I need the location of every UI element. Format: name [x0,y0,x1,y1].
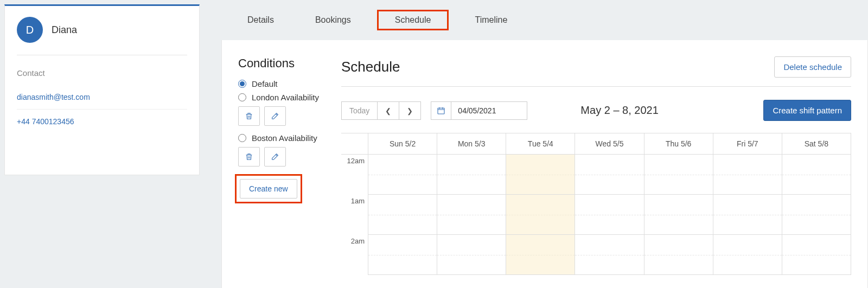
prev-week-button[interactable]: ❮ [378,101,399,120]
calendar-cell[interactable] [713,195,782,235]
tabs-bar: Details Bookings Schedule Timeline [221,0,868,40]
profile-name: Diana [52,24,77,36]
condition-label: Default [252,79,278,88]
edit-icon [271,152,279,161]
toolbar-left: Today ❮ ❯ May 2 – 8, 2021 [341,101,659,120]
calendar-cell[interactable] [782,235,851,275]
trash-icon [245,152,253,161]
edit-icon [271,112,279,120]
calendar-row: 1am [341,195,851,235]
content-panel: Conditions Default London Availability [221,40,868,288]
condition-option-boston[interactable]: Boston Availability [238,133,341,143]
calendar-cell[interactable] [644,195,713,235]
condition-option-default[interactable]: Default [238,79,341,88]
contact-email-link[interactable]: dianasmith@test.com [17,85,187,110]
chevron-right-icon: ❯ [407,107,413,115]
calendar-cell[interactable] [644,155,713,195]
schedule-heading: Schedule [341,59,400,75]
day-header-fri: Fri 5/7 [713,133,782,155]
calendar-cell[interactable] [575,235,644,275]
calendar-cell[interactable] [368,155,437,195]
condition-radio[interactable] [238,80,246,88]
calendar-cell[interactable] [506,195,575,235]
calendar-row: 2am [341,235,851,275]
avatar: D [17,17,43,43]
create-shift-pattern-button[interactable]: Create shift pattern [763,100,851,121]
calendar-cell[interactable] [782,155,851,195]
create-new-highlight: Create new [235,174,302,203]
date-picker [431,101,527,120]
condition-radio[interactable] [238,134,246,142]
date-range-label: May 2 – 8, 2021 [580,104,658,117]
tab-timeline[interactable]: Timeline [465,10,517,30]
day-header-mon: Mon 5/3 [437,133,506,155]
condition-actions [238,106,341,126]
profile-header: D Diana [17,17,187,55]
tab-details[interactable]: Details [238,10,284,30]
calendar-cell[interactable] [713,155,782,195]
open-date-picker-button[interactable] [431,101,451,120]
calendar-cell[interactable] [368,235,437,275]
day-header-thu: Thu 5/6 [644,133,713,155]
date-input[interactable] [451,101,527,120]
create-new-condition-button[interactable]: Create new [240,179,297,199]
next-week-button[interactable]: ❯ [399,101,421,120]
calendar-cell[interactable] [368,195,437,235]
calendar-cell[interactable] [506,235,575,275]
calendar-time-gutter-header [341,133,368,155]
calendar-cell[interactable] [575,195,644,235]
contact-heading: Contact [17,68,187,85]
calendar-cell[interactable] [437,195,506,235]
edit-condition-button[interactable] [264,106,286,126]
edit-condition-button[interactable] [264,147,286,167]
schedule-column: Schedule Delete schedule Today ❮ ❯ [341,56,851,288]
calendar-cell[interactable] [575,155,644,195]
calendar-cell[interactable] [644,235,713,275]
calendar-cell[interactable] [506,155,575,195]
condition-label: Boston Availability [252,133,317,143]
condition-label: London Availability [252,93,319,102]
nav-button-group: Today ❮ ❯ [341,101,421,120]
condition-option-london[interactable]: London Availability [238,93,341,102]
calendar-header-row: Sun 5/2 Mon 5/3 Tue 5/4 Wed 5/5 Thu 5/6 … [341,133,851,155]
condition-radio[interactable] [238,93,246,101]
today-button[interactable]: Today [341,101,378,120]
trash-icon [245,112,253,120]
day-header-sat: Sat 5/8 [782,133,851,155]
conditions-heading: Conditions [238,56,341,71]
calendar-icon [437,106,445,115]
calendar-cell[interactable] [437,235,506,275]
delete-condition-button[interactable] [238,106,260,126]
chevron-left-icon: ❮ [385,107,391,115]
condition-actions [238,147,341,167]
calendar-cell[interactable] [782,195,851,235]
conditions-column: Conditions Default London Availability [238,56,341,288]
tab-bookings[interactable]: Bookings [305,10,361,30]
main-area: Details Bookings Schedule Timeline Condi… [200,0,868,288]
time-label: 12am [341,155,368,195]
calendar-cell[interactable] [713,235,782,275]
delete-condition-button[interactable] [238,147,260,167]
calendar-grid: Sun 5/2 Mon 5/3 Tue 5/4 Wed 5/5 Thu 5/6 … [341,133,851,275]
time-label: 2am [341,235,368,275]
delete-schedule-button[interactable]: Delete schedule [774,56,851,78]
calendar-cell[interactable] [437,155,506,195]
day-header-tue: Tue 5/4 [506,133,575,155]
day-header-wed: Wed 5/5 [575,133,644,155]
tab-schedule[interactable]: Schedule [377,10,449,30]
svg-rect-0 [438,108,444,114]
time-label: 1am [341,195,368,235]
schedule-toolbar: Today ❮ ❯ May 2 – 8, 2021 Create shift [341,100,851,121]
schedule-header: Schedule Delete schedule [341,56,851,87]
day-header-sun: Sun 5/2 [368,133,437,155]
calendar-row: 12am [341,155,851,195]
profile-card: D Diana Contact dianasmith@test.com +44 … [4,4,200,175]
contact-phone-link[interactable]: +44 7400123456 [17,110,187,133]
